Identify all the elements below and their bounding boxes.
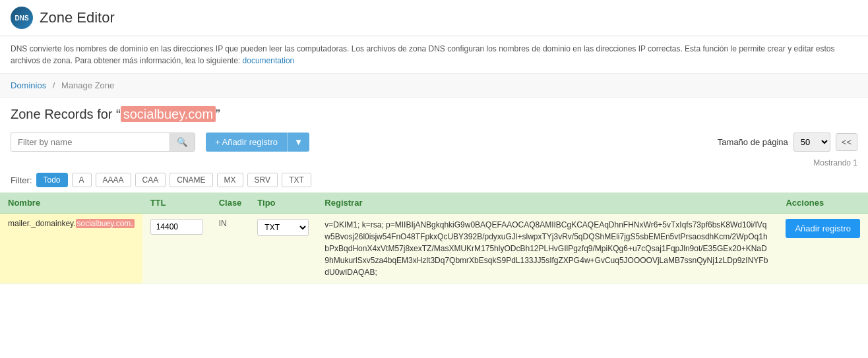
- toolbar: 🔍 + Añadir registro ▼ Tamaño de página 1…: [0, 127, 868, 157]
- record-name-prefix: mailer._domainkey.: [8, 219, 76, 228]
- col-registrar: Registrar: [317, 193, 778, 214]
- showing-text: Mostrando 1: [0, 157, 868, 170]
- record-type-cell: TXT A AAAA CAA CNAME MX: [249, 214, 317, 284]
- filter-bar: Filter: Todo A AAAA CAA CNAME MX SRV TXT: [0, 170, 868, 193]
- title-domain: socialbuey.com: [121, 106, 216, 122]
- search-icon: 🔍: [177, 137, 188, 147]
- record-type-select[interactable]: TXT A AAAA CAA CNAME MX: [257, 219, 309, 236]
- title-prefix: Zone Records for “: [11, 107, 121, 121]
- record-registrar-value: v=DKIM1; k=rsa; p=MIIBIjANBgkqhkiG9w0BAQ…: [325, 220, 768, 277]
- zone-records-title: Zone Records for “socialbuey.com”: [0, 98, 868, 127]
- add-record-caret[interactable]: ▼: [287, 133, 309, 152]
- page-size-select[interactable]: 10 20 50 100: [793, 133, 830, 152]
- record-registrar-cell: v=DKIM1; k=rsa; p=MIIBIjANBgkqhkiG9w0BAQ…: [317, 214, 778, 284]
- description-text: DNS convierte los nombres de dominio en …: [11, 44, 835, 65]
- col-clase: Clase: [211, 193, 250, 214]
- filter-btn-txt[interactable]: TXT: [282, 173, 311, 187]
- description-bar: DNS convierte los nombres de dominio en …: [0, 36, 868, 74]
- col-acciones: Acciones: [778, 193, 868, 214]
- table-row: mailer._domainkey.socialbuey.com. IN TXT…: [0, 214, 868, 284]
- col-ttl: TTL: [142, 193, 211, 214]
- dns-logo: DNS: [11, 7, 33, 29]
- showing-count: Mostrando 1: [813, 158, 857, 167]
- prev-page-button[interactable]: <<: [836, 133, 857, 151]
- filter-label: Filter:: [11, 175, 32, 185]
- filter-btn-cname[interactable]: CNAME: [170, 173, 212, 187]
- breadcrumb-current: Manage Zone: [61, 80, 114, 90]
- search-input[interactable]: [11, 133, 170, 151]
- filter-btn-mx[interactable]: MX: [217, 173, 243, 187]
- record-add-button[interactable]: Añadir registro: [786, 219, 860, 238]
- filter-btn-a[interactable]: A: [72, 173, 92, 187]
- filter-btn-srv[interactable]: SRV: [247, 173, 278, 187]
- documentation-link[interactable]: documentation: [243, 56, 295, 65]
- app-header: DNS Zone Editor: [0, 0, 868, 36]
- records-table: Nombre TTL Clase Tipo Registrar Acciones…: [0, 193, 868, 284]
- filter-btn-todo[interactable]: Todo: [36, 173, 68, 187]
- table-header: Nombre TTL Clase Tipo Registrar Acciones: [0, 193, 868, 214]
- col-nombre: Nombre: [0, 193, 142, 214]
- filter-btn-aaaa[interactable]: AAAA: [96, 173, 131, 187]
- record-actions-cell: Añadir registro: [778, 214, 868, 284]
- page-size-wrapper: Tamaño de página 10 20 50 100 <<: [718, 133, 857, 152]
- search-button[interactable]: 🔍: [170, 133, 195, 151]
- add-record-button[interactable]: + Añadir registro: [206, 133, 287, 152]
- breadcrumb-sep: /: [53, 80, 55, 90]
- dns-logo-wrap: DNS: [11, 7, 40, 29]
- filter-btn-caa[interactable]: CAA: [135, 173, 166, 187]
- record-ttl-cell: [142, 214, 211, 284]
- record-name-domain: socialbuey.com.: [76, 219, 135, 228]
- add-record-group: + Añadir registro ▼: [206, 133, 309, 152]
- record-class-cell: IN: [211, 214, 250, 284]
- record-ttl-input[interactable]: [150, 219, 203, 235]
- table-body: mailer._domainkey.socialbuey.com. IN TXT…: [0, 214, 868, 284]
- dns-logo-text: DNS: [15, 15, 28, 22]
- caret-down-icon: ▼: [294, 137, 303, 147]
- record-name-cell: mailer._domainkey.socialbuey.com.: [0, 214, 142, 284]
- breadcrumb-parent[interactable]: Dominios: [11, 80, 46, 90]
- col-tipo: Tipo: [249, 193, 317, 214]
- title-suffix: ”: [216, 107, 220, 121]
- search-wrapper: 🔍: [11, 133, 195, 152]
- page-size-label: Tamaño de página: [718, 137, 788, 147]
- breadcrumb: Dominios / Manage Zone: [0, 74, 868, 98]
- page-header-title: Zone Editor: [40, 9, 115, 26]
- record-class-value: IN: [219, 219, 227, 228]
